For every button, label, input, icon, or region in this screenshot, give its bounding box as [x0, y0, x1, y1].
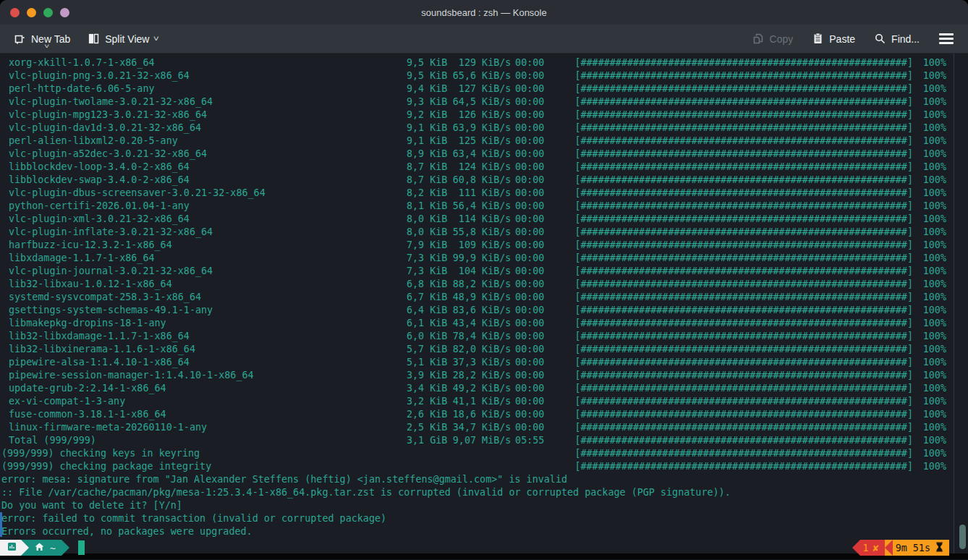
package-download-line: libxdamage-1.1.7-1-x86_647,3 KiB99,9 KiB… — [0, 252, 968, 265]
package-download-line: vlc-plugin-dbus-screensaver-3.0.21-32-x8… — [0, 187, 968, 200]
new-tab-icon — [14, 33, 26, 45]
package-download-line: fuse-common-3.18.1-1-x86_642,6 KiB18,6 K… — [0, 408, 968, 421]
window-controls — [10, 0, 69, 25]
package-download-line: perl-http-date-6.06-5-any9,4 KiB127 KiB/… — [0, 82, 968, 96]
message-line: :: File /var/cache/pacman/pkg/mesa-1:25.… — [0, 486, 968, 499]
command-marker — [0, 512, 2, 537]
message-line: Do you want to delete it? [Y/n] — [0, 499, 968, 512]
hourglass-icon — [935, 542, 943, 554]
extra-window-button[interactable] — [60, 8, 69, 17]
package-download-line: libblockdev-loop-3.4.0-2-x86_648,7 KiB12… — [0, 161, 968, 174]
package-download-line: python-certifi-2026.01.04-1-any8,1 KiB56… — [0, 200, 968, 213]
copy-button[interactable]: Copy — [746, 28, 800, 49]
find-button[interactable]: Find... — [867, 28, 926, 49]
chevron-down-icon: ˅ — [153, 35, 159, 43]
close-button[interactable] — [10, 8, 20, 17]
copy-icon — [752, 33, 765, 45]
os-icon — [7, 542, 17, 553]
paste-button[interactable]: Paste — [805, 28, 862, 49]
message-line: Errors occurred, no packages were upgrad… — [0, 525, 968, 538]
error-cross-icon: ✘ — [873, 543, 879, 553]
window-title: soundsbeard : zsh — Konsole — [421, 7, 546, 18]
package-download-line: linux-firmware-meta-20260110-1-any2,5 Ki… — [0, 421, 968, 434]
package-download-line: lib32-libxinerama-1.1.6-1-x86_645,7 KiB8… — [0, 343, 968, 356]
terminal-output[interactable]: xorg-xkill-1.0.7-1-x86_649,5 KiB129 KiB/… — [0, 54, 968, 553]
duration-segment: 9m 51s — [893, 540, 949, 556]
scrollbar-thumb[interactable] — [959, 525, 966, 549]
new-tab-label: New Tab — [31, 33, 70, 45]
package-download-line: libmakepkg-dropins-18-1-any6,1 KiB43,4 K… — [0, 317, 968, 330]
paste-label: Paste — [829, 33, 855, 45]
prompt-path: ~ — [50, 543, 56, 553]
powerline-arrow — [61, 540, 69, 556]
package-download-line: vlc-plugin-inflate-3.0.21-32-x86_648,0 K… — [0, 226, 968, 239]
prompt-directory-segment: ~ — [29, 540, 61, 556]
package-download-line: lib32-libxdamage-1.1.7-1-x86_646,0 KiB78… — [0, 330, 968, 343]
check-progress-line: (999/999) checking package integrity[###… — [0, 460, 968, 473]
maximize-button[interactable] — [43, 8, 53, 17]
exit-status-segment: 1 ✘ — [860, 540, 885, 556]
package-download-line: update-grub-2:2.14-1-x86_643,4 KiB49,2 K… — [0, 382, 968, 395]
message-line: error: mesa: signature from "Jan Alexand… — [0, 473, 968, 486]
package-download-line: Total (999/999)3,1 GiB9,07 MiB/s05:55[##… — [0, 434, 968, 447]
package-download-line: libblockdev-swap-3.4.0-2-x86_648,7 KiB60… — [0, 174, 968, 187]
package-download-line: ex-vi-compat-1-3-any3,2 KiB41,1 KiB/s00:… — [0, 395, 968, 408]
check-progress-line: (999/999) checking keys in keyring[#####… — [0, 447, 968, 460]
minimize-button[interactable] — [27, 8, 36, 17]
right-prompt: 1 ✘ 9m 51s — [852, 540, 950, 556]
package-download-line: pipewire-alsa-1:1.4.10-1-x86_645,1 KiB37… — [0, 356, 968, 369]
titlebar[interactable]: soundsbeard : zsh — Konsole — [0, 0, 968, 25]
terminal-lines: xorg-xkill-1.0.7-1-x86_649,5 KiB129 KiB/… — [0, 56, 968, 538]
package-download-line: xorg-xkill-1.0.7-1-x86_649,5 KiB129 KiB/… — [0, 56, 968, 69]
package-download-line: vlc-plugin-journal-3.0.21-32-x86_647,3 K… — [0, 265, 968, 278]
package-download-line: vlc-plugin-a52dec-3.0.21-32-x86_648,9 Ki… — [0, 148, 968, 161]
package-download-line: systemd-sysvcompat-258.3-1-x86_646,7 KiB… — [0, 291, 968, 304]
package-download-line: vlc-plugin-twolame-3.0.21-32-x86_649,3 K… — [0, 96, 968, 109]
hamburger-icon — [939, 31, 954, 46]
powerline-arrow-left — [852, 540, 860, 556]
scrollbar-track[interactable] — [954, 54, 968, 553]
toolbar: New Tab ˅ Split View ˅ — [0, 25, 968, 54]
konsole-window: soundsbeard : zsh — Konsole New Tab ˅ — [0, 0, 968, 560]
package-download-line: pipewire-session-manager-1:1.4.10-1-x86_… — [0, 369, 968, 382]
copy-label: Copy — [770, 33, 794, 45]
package-download-line: vlc-plugin-dav1d-3.0.21-32-x86_649,1 KiB… — [0, 122, 968, 135]
new-tab-dropdown-caret[interactable]: ˅ — [44, 43, 49, 50]
message-line: error: failed to commit transaction (inv… — [0, 512, 968, 525]
prompt-os-segment — [0, 540, 21, 556]
powerline-arrow — [21, 540, 29, 556]
find-label: Find... — [891, 33, 920, 45]
package-download-line: perl-alien-libxml2-0.20-5-any9,1 KiB125 … — [0, 135, 968, 148]
terminal-cursor — [78, 540, 85, 555]
paste-icon — [812, 33, 824, 45]
split-view-label: Split View — [105, 33, 149, 45]
package-download-line: harfbuzz-icu-12.3.2-1-x86_647,9 KiB109 K… — [0, 239, 968, 252]
command-duration: 9m 51s — [896, 543, 930, 553]
package-download-line: gsettings-system-schemas-49.1-1-any6,4 K… — [0, 304, 968, 317]
home-icon — [35, 543, 44, 553]
split-view-button[interactable]: Split View ˅ — [81, 28, 165, 49]
shell-prompt: ~ 1 ✘ 9m 51s — [0, 540, 968, 556]
package-download-line: vlc-plugin-png-3.0.21-32-x86_649,5 KiB65… — [0, 69, 968, 82]
search-icon — [874, 33, 886, 45]
package-download-line: vlc-plugin-mpg123-3.0.21-32-x86_649,2 Ki… — [0, 109, 968, 122]
split-view-icon — [88, 33, 100, 45]
new-tab-button[interactable]: New Tab ˅ — [7, 28, 77, 49]
exit-code: 1 — [863, 543, 869, 553]
package-download-line: lib32-libxau-1.0.12-1-x86_646,8 KiB88,2 … — [0, 278, 968, 291]
menu-button[interactable] — [932, 27, 961, 51]
package-download-line: vlc-plugin-xml-3.0.21-32-x86_648,0 KiB11… — [0, 213, 968, 226]
powerline-arrow-left — [885, 540, 893, 556]
